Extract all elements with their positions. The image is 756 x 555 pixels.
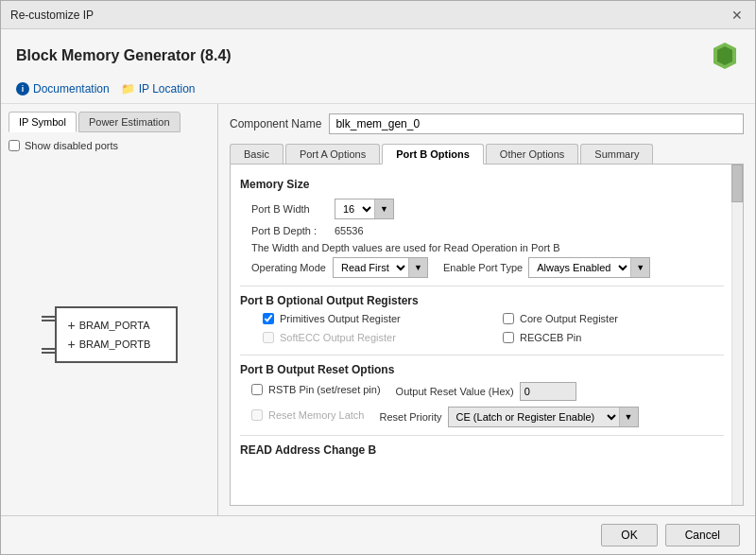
ok-button[interactable]: OK bbox=[601, 524, 657, 546]
folder-icon: 📁 bbox=[121, 82, 135, 95]
width-depth-info: The Width and Depth values are used for … bbox=[240, 242, 724, 253]
reset-memory-row: Reset Memory Latch bbox=[251, 409, 364, 421]
mode-row: Operating Mode Read First ▼ Enable Port … bbox=[240, 257, 724, 278]
tab-other[interactable]: Other Options bbox=[486, 144, 578, 164]
port-b-width-chevron-icon: ▼ bbox=[374, 199, 393, 218]
soft-ecc-label: SoftECC Output Register bbox=[280, 332, 396, 343]
regceb-label: REGCEB Pin bbox=[520, 332, 581, 343]
port-b-width-select[interactable]: 16 bbox=[335, 199, 374, 218]
nav-tabs: Basic Port A Options Port B Options Othe… bbox=[230, 144, 744, 165]
operating-mode-select-wrapper[interactable]: Read First ▼ bbox=[333, 257, 428, 278]
component-name-input[interactable] bbox=[329, 113, 744, 134]
reset-memory-label: Reset Memory Latch bbox=[268, 409, 364, 421]
tab-port-b[interactable]: Port B Options bbox=[382, 144, 484, 165]
operating-mode-select[interactable]: Read First bbox=[334, 258, 408, 277]
tab-summary[interactable]: Summary bbox=[580, 144, 653, 164]
core-checkbox[interactable] bbox=[503, 313, 514, 324]
tab-content: Memory Size Port B Width 16 ▼ Port B Dep… bbox=[230, 165, 744, 506]
svg-marker-1 bbox=[717, 46, 732, 65]
bram-port-a: + BRAM_PORTA bbox=[68, 316, 164, 335]
enable-port-type-label: Enable Port Type bbox=[443, 262, 523, 273]
soft-ecc-row: SoftECC Output Register bbox=[251, 332, 484, 343]
divider-3 bbox=[240, 435, 724, 436]
page-title: Block Memory Generator (8.4) bbox=[16, 47, 232, 64]
output-reset-group: Output Reset Value (Hex) bbox=[396, 382, 576, 401]
reset-priority-chevron-icon: ▼ bbox=[619, 408, 638, 426]
bram-port-b: + BRAM_PORTB bbox=[68, 335, 164, 354]
output-reset-input[interactable] bbox=[520, 382, 576, 401]
port-b-depth-row: Port B Depth : 65536 bbox=[240, 225, 724, 236]
xilinx-logo-icon bbox=[710, 41, 740, 71]
enable-port-type-select-wrapper[interactable]: Always Enabled ▼ bbox=[528, 257, 650, 278]
rstb-label: RSTB Pin (set/reset pin) bbox=[268, 384, 381, 395]
close-button[interactable]: ✕ bbox=[729, 7, 746, 24]
soft-ecc-checkbox bbox=[263, 332, 274, 343]
bottom-bar: OK Cancel bbox=[1, 515, 755, 554]
memory-size-section: Memory Size Port B Width 16 ▼ Port B Dep… bbox=[240, 178, 724, 278]
main-content: IP Symbol Power Estimation Show disabled… bbox=[1, 104, 755, 515]
show-disabled-row: Show disabled ports bbox=[9, 140, 210, 151]
info-icon: i bbox=[16, 82, 29, 95]
operating-mode-chevron-icon: ▼ bbox=[408, 258, 427, 277]
documentation-link[interactable]: i Documentation bbox=[16, 82, 110, 95]
reset-options-title: Port B Output Reset Options bbox=[240, 363, 724, 376]
port-b-depth-value: 65536 bbox=[335, 225, 364, 236]
tab-ip-symbol[interactable]: IP Symbol bbox=[9, 112, 77, 132]
output-reset-label: Output Reset Value (Hex) bbox=[396, 386, 514, 397]
tab-power-estimation[interactable]: Power Estimation bbox=[78, 112, 180, 132]
dialog-title: Re-customize IP bbox=[10, 9, 94, 22]
component-row: Component Name bbox=[230, 113, 744, 134]
ip-location-link[interactable]: 📁 IP Location bbox=[121, 82, 196, 95]
primitives-label: Primitives Output Register bbox=[280, 313, 401, 324]
optional-registers-section: Port B Optional Output Registers Primiti… bbox=[240, 294, 724, 347]
reset-memory-checkbox bbox=[251, 409, 263, 421]
right-panel: Component Name Basic Port A Options Port… bbox=[218, 104, 755, 515]
dialog: Re-customize IP ✕ Block Memory Generator… bbox=[0, 0, 756, 555]
divider-1 bbox=[240, 286, 724, 286]
regceb-checkbox[interactable] bbox=[503, 332, 514, 343]
component-name-label: Component Name bbox=[230, 117, 321, 130]
show-disabled-label: Show disabled ports bbox=[25, 140, 118, 151]
reset-priority-label: Reset Priority bbox=[379, 411, 441, 423]
core-label: Core Output Register bbox=[520, 313, 618, 324]
memory-size-title: Memory Size bbox=[240, 178, 724, 191]
left-panel: IP Symbol Power Estimation Show disabled… bbox=[1, 104, 218, 515]
divider-2 bbox=[240, 355, 724, 356]
reset-priority-group: Reset Priority CE (Latch or Register Ena… bbox=[379, 407, 638, 427]
expand-port-b-icon[interactable]: + bbox=[68, 337, 76, 352]
optional-registers-title: Port B Optional Output Registers bbox=[240, 294, 724, 307]
port-b-width-label: Port B Width bbox=[251, 203, 327, 215]
tab-port-a[interactable]: Port A Options bbox=[285, 144, 380, 164]
left-tabs-row: IP Symbol Power Estimation bbox=[9, 112, 210, 132]
enable-port-type-select[interactable]: Always Enabled bbox=[529, 258, 630, 277]
scrollbar-track[interactable] bbox=[731, 165, 743, 505]
registers-grid: Primitives Output Register Core Output R… bbox=[240, 313, 724, 347]
read-address-title: READ Address Change B bbox=[240, 443, 724, 457]
bram-symbol: + BRAM_PORTA + BRAM_PORTB bbox=[55, 306, 178, 363]
reset-priority-select[interactable]: CE (Latch or Register Enable) bbox=[449, 408, 619, 426]
port-b-width-row: Port B Width 16 ▼ bbox=[240, 199, 724, 219]
reset-options-section: Port B Output Reset Options RSTB Pin (se… bbox=[240, 363, 724, 427]
tab-basic[interactable]: Basic bbox=[230, 144, 284, 164]
expand-port-a-icon[interactable]: + bbox=[68, 318, 76, 333]
cancel-button[interactable]: Cancel bbox=[665, 524, 740, 546]
title-bar: Re-customize IP ✕ bbox=[1, 1, 755, 29]
header-section: Block Memory Generator (8.4) bbox=[1, 29, 755, 78]
scrollbar-thumb[interactable] bbox=[731, 165, 743, 202]
operating-mode-label: Operating Mode bbox=[251, 262, 327, 273]
enable-port-type-group: Enable Port Type Always Enabled ▼ bbox=[443, 257, 650, 278]
regceb-row: REGCEB Pin bbox=[491, 332, 724, 343]
symbol-area: + BRAM_PORTA + BRAM_PORTB bbox=[9, 161, 210, 508]
primitives-checkbox[interactable] bbox=[263, 313, 274, 324]
port-b-depth-label: Port B Depth : bbox=[251, 225, 327, 236]
toolbar-row: i Documentation 📁 IP Location bbox=[1, 78, 755, 104]
rstb-row: RSTB Pin (set/reset pin) bbox=[251, 384, 381, 395]
show-disabled-checkbox[interactable] bbox=[9, 140, 20, 151]
rstb-checkbox[interactable] bbox=[251, 384, 263, 395]
primitives-row: Primitives Output Register bbox=[251, 313, 484, 324]
enable-port-type-chevron-icon: ▼ bbox=[630, 258, 649, 277]
operating-mode-group: Operating Mode Read First ▼ bbox=[251, 257, 428, 278]
core-row: Core Output Register bbox=[491, 313, 724, 324]
reset-priority-select-wrapper[interactable]: CE (Latch or Register Enable) ▼ bbox=[448, 407, 639, 427]
port-b-width-select-wrapper[interactable]: 16 ▼ bbox=[335, 199, 394, 219]
